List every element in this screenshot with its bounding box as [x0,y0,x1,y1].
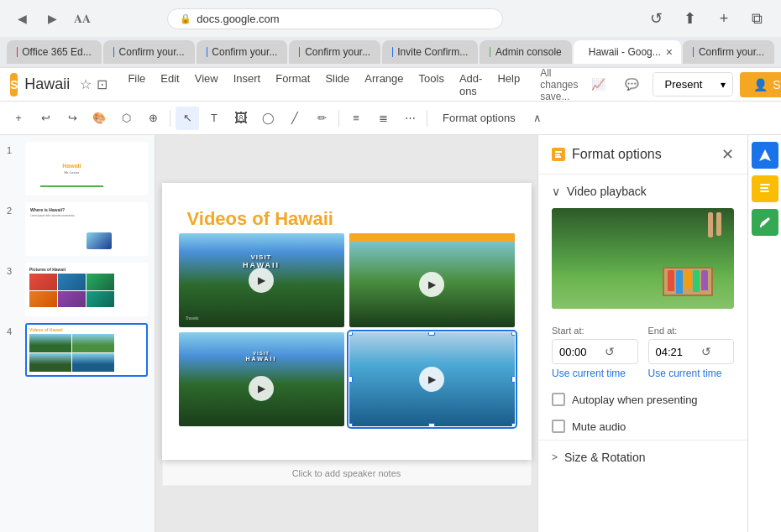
end-time-refresh-icon[interactable]: ↺ [701,345,711,358]
video-cell-1[interactable]: VISIT HAWAII Travels ▶ [179,233,344,327]
video-cell-2[interactable]: ▶ [349,233,515,327]
slide-item-1[interactable]: 1 Hawaii Mr. Lester [7,142,148,196]
share-browser-button[interactable]: ⬆ [677,5,704,32]
video-playback-section-header[interactable]: ∨ Video playback [538,175,747,208]
more-button[interactable]: ⋯ [398,107,422,130]
tab-confirm3[interactable]: Confirm your... [289,40,380,64]
new-tab-button[interactable]: + [710,5,737,32]
slide-item-3[interactable]: 3 Pictures of Hawaii [7,263,148,316]
menu-view[interactable]: View [188,69,225,101]
trend-button[interactable]: 📈 [585,71,612,98]
menu-arrange[interactable]: Arrange [358,69,410,101]
line-button[interactable]: ╱ [283,107,307,130]
menu-file[interactable]: File [121,69,152,101]
start-time-refresh-icon[interactable]: ↺ [605,345,615,358]
resize-handle-bl[interactable] [349,423,353,426]
share-label: Share [773,78,781,91]
resize-handle-r[interactable] [511,376,515,383]
use-current-start-link[interactable]: Use current time [552,368,638,379]
align-center-button[interactable]: ≣ [371,107,395,130]
resize-handle-b[interactable] [428,423,435,426]
start-time-input[interactable]: ↺ [552,339,638,364]
pen-button[interactable]: ✏ [310,107,333,130]
mute-checkbox[interactable] [552,420,565,433]
play-button-4[interactable]: ▶ [419,367,444,392]
menu-edit[interactable]: Edit [154,69,186,101]
tab-invite[interactable]: Invite Confirm... [382,40,478,64]
menu-help[interactable]: Help [490,69,527,101]
play-button-3[interactable]: ▶ [249,376,274,401]
address-bar[interactable]: 🔒 docs.google.com [167,8,503,29]
menu-slide[interactable]: Slide [318,69,356,101]
star-button[interactable]: ☆ [80,76,92,92]
use-current-end-link[interactable]: Use current time [648,368,735,379]
play-button-1[interactable]: ▶ [249,268,274,293]
resize-handle-tr[interactable] [511,332,515,336]
separator-3 [427,110,427,127]
play-button-2[interactable]: ▶ [419,272,444,297]
menu-format[interactable]: Format [269,69,317,101]
undo-button[interactable]: ↩ [34,107,57,130]
slide-item-4[interactable]: 4 Videos of Hawaii [7,323,148,377]
mute-row: Mute audio [538,413,747,440]
slide-canvas[interactable]: Videos of Hawaii VISIT HAWAII Travels ▶ [155,135,537,532]
autoplay-checkbox[interactable] [552,393,565,406]
reload-button[interactable]: ↺ [643,5,670,32]
slide-thumbnail-2[interactable]: Where is Hawaii? Lorem ipsum dolor sit a… [25,202,148,256]
resize-handle-t[interactable] [428,332,435,336]
cursor-button[interactable]: ↖ [176,107,199,130]
background-button[interactable]: ⬡ [114,107,138,130]
main-area: 1 Hawaii Mr. Lester 2 [0,135,781,532]
start-time-value[interactable] [559,346,601,358]
tab-confirm2[interactable]: Confirm your... [197,40,288,64]
align-left-button[interactable]: ≡ [344,107,368,130]
slide-item-2[interactable]: 2 Where is Hawaii? Lorem ipsum dolor sit… [7,202,148,256]
end-time-value[interactable] [656,346,698,358]
size-rotation-section[interactable]: > Size & Rotation [538,440,747,474]
resize-handle-l[interactable] [349,376,353,383]
shapes-button[interactable]: ◯ [256,107,280,130]
paint-format-button[interactable]: 🎨 [87,107,111,130]
present-main-button[interactable]: Present [653,73,715,96]
video-cell-4[interactable]: ▶ [349,332,515,426]
video-cell-3[interactable]: VISIT HAWAII ▶ [179,332,344,426]
separator-2 [338,110,339,127]
slide-thumbnail-1[interactable]: Hawaii Mr. Lester [25,142,148,196]
tab-hawaii[interactable]: Hawaii - Goog... × [574,40,681,64]
present-dropdown-button[interactable]: ▾ [714,74,732,96]
tab-close-hawaii[interactable]: × [666,45,673,59]
back-button[interactable]: ◀ [10,7,34,30]
tab-admin[interactable]: Admin console [480,40,571,64]
menu-tools[interactable]: Tools [412,69,451,101]
notes-button[interactable] [752,175,778,202]
folder-button[interactable]: ⊡ [97,76,107,92]
tab-confirm1[interactable]: Confirm your... [103,40,195,64]
format-options-label[interactable]: Format options [436,108,522,128]
explore-button[interactable] [752,142,778,169]
slide-thumbnail-4[interactable]: Videos of Hawaii [25,323,148,377]
forward-button[interactable]: ▶ [40,7,64,30]
redo-button[interactable]: ↪ [60,107,84,130]
text-box-button[interactable]: T [202,107,226,130]
reading-button[interactable]: 𝐀𝐀 [71,7,94,30]
edit-button[interactable] [752,209,778,236]
comment-button[interactable]: 💬 [619,71,646,98]
menu-addons[interactable]: Add-ons [453,69,489,101]
end-time-input[interactable]: ↺ [648,339,735,364]
windows-button[interactable]: ⧉ [744,5,771,32]
slide-page[interactable]: Videos of Hawaii VISIT HAWAII Travels ▶ [162,183,532,460]
tab-confirm4[interactable]: Confirm your... [683,40,774,64]
speaker-notes-text: Click to add speaker notes [292,468,401,478]
add-slide-button[interactable]: + [7,107,30,130]
format-panel-close-button[interactable]: ✕ [721,145,734,164]
share-button[interactable]: 👤 Share [740,72,781,97]
resize-handle-tl[interactable] [349,332,353,336]
tab-office[interactable]: Office 365 Ed... [7,40,102,64]
image-button[interactable]: 🖼 [229,107,253,130]
menu-insert[interactable]: Insert [227,69,268,101]
collapse-toolbar-button[interactable]: ∧ [526,107,549,130]
speaker-notes[interactable]: Click to add speaker notes [162,460,532,486]
zoom-button[interactable]: ⊕ [141,107,165,130]
slide-thumbnail-3[interactable]: Pictures of Hawaii [25,263,148,316]
resize-handle-br[interactable] [511,423,515,426]
